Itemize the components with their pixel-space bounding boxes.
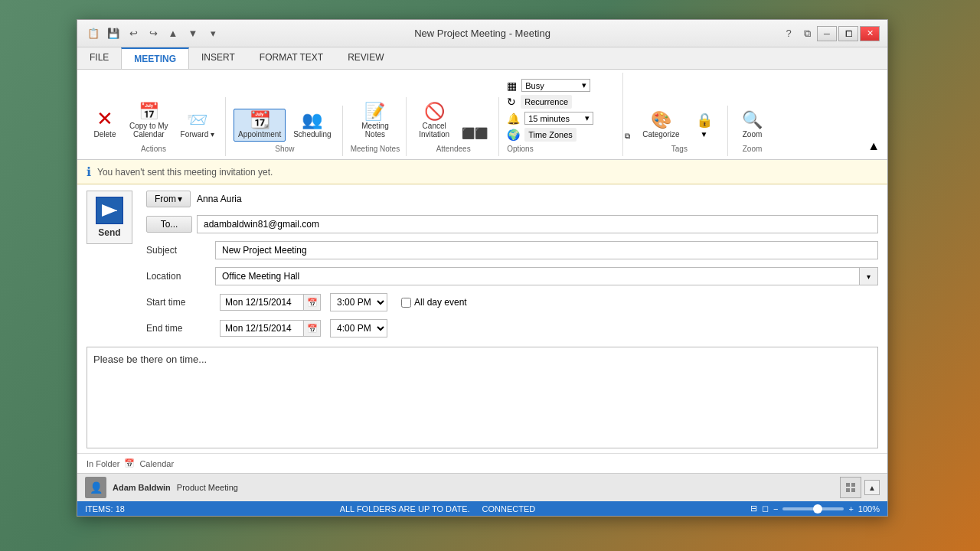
to-label: To... — [161, 219, 178, 230]
appointment-icon: 📆 — [250, 112, 270, 129]
popout-btn[interactable]: ⧉ — [799, 26, 815, 41]
all-day-checkbox[interactable] — [401, 298, 411, 308]
items-count: ITEMS: 18 — [85, 504, 125, 514]
subject-label: Subject — [146, 245, 215, 256]
location-dropdown-button[interactable]: ▾ — [860, 267, 878, 285]
reminder-icon: 🔔 — [507, 112, 520, 125]
in-folder-label: In Folder — [87, 459, 119, 468]
location-input[interactable] — [215, 267, 860, 285]
meeting-notes-button[interactable]: 📝 MeetingNotes — [357, 100, 394, 142]
zoom-button[interactable]: 🔍 Zoom — [736, 109, 769, 142]
recurrence-button[interactable]: Recurrence — [521, 95, 572, 109]
customize-btn[interactable]: ▾ — [204, 26, 221, 41]
recurrence-label: Recurrence — [524, 97, 568, 106]
start-date-input[interactable] — [220, 294, 304, 311]
tab-meeting[interactable]: MEETING — [121, 47, 189, 69]
minutes-chevron: ▾ — [585, 113, 590, 123]
attendees-group-label: Attendees — [436, 145, 471, 153]
cancel-invitation-button[interactable]: 🚫 CancelInvitation — [414, 100, 454, 142]
delete-button[interactable]: ✕ Delete — [88, 106, 122, 142]
busy-dropdown[interactable]: Busy ▾ — [521, 79, 590, 92]
end-calendar-button[interactable]: 📅 — [304, 320, 321, 337]
collapse-button[interactable]: ▲ — [864, 480, 880, 495]
restore-btn[interactable]: ⧠ — [838, 26, 858, 41]
zoom-icon: 🔍 — [742, 112, 763, 129]
categorize-icon: 🎨 — [651, 112, 671, 129]
up-btn[interactable]: ▲ — [165, 26, 181, 41]
scheduling-button[interactable]: 👥 Scheduling — [289, 109, 335, 142]
tags-more-button[interactable]: 🔒 ▼ — [688, 109, 721, 142]
sync-status: ALL FOLDERS ARE UP TO DATE. — [340, 504, 470, 514]
form-container: Send From ▾ Anna Auria To... — [77, 184, 887, 501]
zoom-plus-btn[interactable]: + — [848, 504, 853, 514]
actions-buttons: ✕ Delete 📅 Copy to My Calendar 📨 Forward… — [88, 100, 219, 142]
to-input[interactable] — [197, 215, 878, 233]
tab-review[interactable]: REVIEW — [335, 47, 396, 69]
zoom-thumb — [813, 504, 822, 514]
options-expand[interactable]: ⧉ — [625, 132, 630, 156]
ribbon-collapse-btn[interactable]: ▲ — [867, 139, 883, 156]
from-send-row: Send From ▾ Anna Auria To... — [77, 184, 887, 342]
ribbon-tab-bar: FILE MEETING INSERT FORMAT TEXT REVIEW — [77, 47, 887, 70]
save-btn[interactable]: 💾 — [105, 26, 122, 41]
ribbon-content: ✕ Delete 📅 Copy to My Calendar 📨 Forward… — [77, 70, 887, 159]
forward-button[interactable]: 📨 Forward ▾ — [176, 109, 219, 142]
timezones-row: 🌍 Time Zones — [507, 128, 616, 142]
categorize-label: Categorize — [642, 130, 679, 139]
undo-btn[interactable]: ↩ — [125, 26, 142, 41]
send-button[interactable]: Send — [87, 191, 132, 244]
from-value: Anna Auria — [197, 194, 242, 204]
end-time-select[interactable]: 4:00 PM 4:30 PM 5:00 PM — [330, 319, 387, 337]
subject-input[interactable] — [215, 241, 878, 259]
busy-chevron: ▾ — [582, 80, 586, 90]
form-fields: From ▾ Anna Auria To... Subject — [146, 191, 878, 342]
minutes-dropdown[interactable]: 15 minutes ▾ — [524, 112, 593, 125]
notification-bar: ℹ You haven't sent this meeting invitati… — [77, 160, 887, 184]
redo-btn[interactable]: ↪ — [145, 26, 162, 41]
down-btn[interactable]: ▼ — [185, 26, 201, 41]
all-day-label: All day event — [414, 297, 467, 308]
minimize-btn[interactable]: ─ — [817, 26, 837, 41]
location-input-group: ▾ — [215, 267, 878, 285]
tab-format-text[interactable]: FORMAT TEXT — [247, 47, 335, 69]
zoom-buttons: 🔍 Zoom — [736, 109, 769, 142]
start-calendar-button[interactable]: 📅 — [304, 294, 321, 311]
copy-to-calendar-button[interactable]: 📅 Copy to My Calendar — [125, 100, 173, 142]
info-icon: ℹ — [87, 165, 91, 179]
end-date-input[interactable] — [220, 320, 304, 337]
tab-file[interactable]: FILE — [77, 47, 121, 69]
body-text-area[interactable]: Please be there on time... — [87, 347, 878, 448]
person-info: 👤 Adam Baldwin Product Meeting — [85, 477, 238, 498]
zoom-slider[interactable] — [782, 507, 844, 510]
notification-text: You haven't sent this meeting invitation… — [97, 167, 273, 178]
busy-row: ▦ Busy ▾ — [507, 79, 616, 92]
person-expand-button[interactable] — [840, 477, 861, 498]
start-time-select[interactable]: 3:00 PM 3:30 PM 4:00 PM — [330, 293, 387, 311]
help-btn[interactable]: ? — [780, 26, 797, 41]
appointment-button[interactable]: 📆 Appointment — [234, 109, 286, 142]
ribbon-group-meeting-notes: 📝 MeetingNotes Meeting Notes — [345, 97, 407, 156]
connection-status: CONNECTED — [482, 504, 536, 514]
attendees-extra-button[interactable]: ⬛⬛ — [457, 125, 492, 142]
from-btn-area: From ▾ — [146, 191, 191, 207]
from-chevron: ▾ — [178, 194, 182, 204]
zoom-minus-btn[interactable]: − — [773, 504, 778, 514]
time-zones-button[interactable]: Time Zones — [524, 128, 577, 142]
attendees-icon: ⬛⬛ — [462, 128, 488, 139]
status-bar: ITEMS: 18 ALL FOLDERS ARE UP TO DATE. CO… — [77, 501, 887, 516]
close-btn[interactable]: ✕ — [860, 26, 880, 41]
svg-rect-2 — [851, 483, 855, 487]
from-label: From — [155, 194, 176, 204]
tab-insert[interactable]: INSERT — [189, 47, 247, 69]
status-left: ITEMS: 18 — [85, 504, 125, 514]
end-date-group: 📅 — [220, 320, 321, 337]
recurrence-row: ↻ Recurrence — [507, 95, 616, 109]
all-day-row: All day event — [401, 297, 467, 308]
person-bar-controls: ▲ — [840, 477, 880, 498]
tz-icon: 🌍 — [507, 129, 520, 141]
to-button[interactable]: To... — [146, 216, 192, 233]
from-button[interactable]: From ▾ — [146, 191, 191, 207]
copy-calendar-label: Copy to My Calendar — [129, 122, 168, 139]
categorize-button[interactable]: 🎨 Categorize — [638, 109, 684, 142]
delete-label: Delete — [94, 130, 116, 139]
